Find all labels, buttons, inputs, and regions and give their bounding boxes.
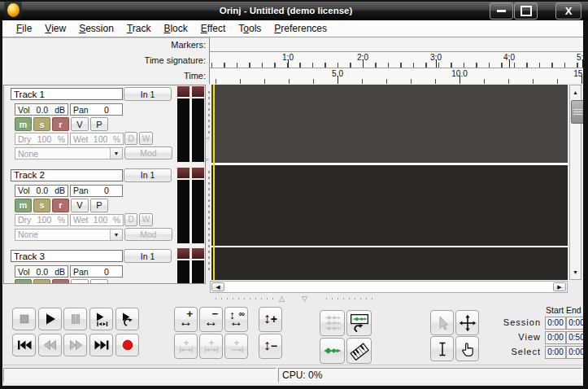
title-bar[interactable]: Orinj - Untitled (demo license) X (0, 0, 588, 20)
pan-envelope-button[interactable]: P (90, 279, 108, 284)
arrow-tool-button[interactable] (430, 310, 454, 335)
effect-dropdown[interactable]: None▼ (15, 229, 123, 241)
menu-item-track[interactable]: Track (120, 21, 158, 36)
pan-field[interactable]: Pan0 (70, 103, 123, 116)
wet-field[interactable]: Wet100% (70, 214, 124, 226)
midi-block-button[interactable] (346, 338, 372, 364)
collapse-left-icon[interactable]: ◃ (206, 135, 209, 142)
dry-toggle-button[interactable]: D (124, 213, 137, 226)
play-loop-button[interactable] (115, 308, 139, 330)
time-ruler[interactable]: 5.010.015.0 (210, 68, 583, 84)
solo-button[interactable]: s (33, 199, 50, 212)
volume-envelope-button[interactable]: V (71, 199, 89, 212)
scroll-down-button[interactable]: ▼ (570, 266, 581, 278)
menu-item-block[interactable]: Block (157, 21, 194, 36)
track-name-field[interactable] (11, 88, 123, 100)
track-lane-3[interactable] (211, 247, 568, 280)
zoom-selection-button[interactable] (199, 334, 223, 359)
menu-item-effect[interactable]: Effect (194, 21, 232, 36)
record-arm-button[interactable]: r (52, 117, 69, 131)
vertical-splitter[interactable]: ◃ ▹ (206, 85, 211, 282)
maximize-button[interactable] (514, 2, 538, 20)
track-name-field[interactable] (11, 169, 123, 181)
menu-item-file[interactable]: File (10, 21, 38, 36)
track-name-field[interactable] (11, 250, 123, 262)
solo-button[interactable]: s (33, 117, 50, 131)
volume-field[interactable]: Vol0.0dB (15, 185, 68, 197)
audio-block-button[interactable] (320, 338, 345, 364)
record-arm-button[interactable]: r (52, 279, 69, 284)
fast-forward-button[interactable] (63, 334, 87, 356)
pan-field[interactable]: Pan0 (70, 185, 123, 197)
zoom-in-horizontal-button[interactable]: +↔ (174, 307, 198, 332)
zoom-out-horizontal-button[interactable]: −↔ (199, 307, 223, 332)
mixdown-blocks-button[interactable] (320, 310, 345, 336)
markers-label: Markers: (2, 39, 206, 51)
track-input-button[interactable]: In 1 (124, 168, 172, 182)
horizontal-splitter[interactable]: △ ▽ (2, 295, 583, 303)
track-input-button[interactable]: In 1 (124, 249, 172, 263)
track-strip-2: In 1 Vol0.0dB Pan0 m s r V P Dry100% Wet… (4, 168, 205, 244)
wet-field[interactable]: Wet100% (70, 133, 124, 145)
zoom-selection-start-button[interactable] (174, 334, 198, 359)
markers-ruler[interactable] (210, 37, 583, 52)
zoom-fit-button[interactable]: ↕∞↔ (224, 307, 248, 332)
play-to-end-button[interactable] (89, 308, 113, 330)
pan-envelope-button[interactable]: P (90, 199, 108, 212)
track-lane-1[interactable] (211, 85, 568, 163)
wet-toggle-button[interactable]: W (139, 132, 153, 145)
pan-field[interactable]: Pan0 (70, 265, 123, 278)
dry-field[interactable]: Dry100% (15, 214, 68, 226)
close-button[interactable]: X (555, 2, 581, 20)
menu-item-tools[interactable]: Tools (232, 21, 268, 36)
menu-item-session[interactable]: Session (72, 21, 120, 36)
collapse-up-icon[interactable]: △ (279, 295, 285, 303)
expand-right-icon[interactable]: ▹ (206, 156, 209, 163)
ibeam-tool-button[interactable] (430, 336, 454, 361)
stop-button[interactable] (12, 308, 36, 330)
pause-button[interactable] (63, 308, 87, 330)
minimize-button[interactable] (490, 2, 513, 20)
scroll-left-button[interactable]: ◀ (211, 282, 224, 291)
effect-dropdown[interactable]: None▼ (15, 147, 123, 160)
rewind-button[interactable] (38, 334, 62, 356)
menu-item-preferences[interactable]: Preferences (268, 21, 333, 36)
volume-envelope-button[interactable]: V (71, 117, 89, 131)
menu-item-view[interactable]: View (38, 21, 72, 36)
volume-field[interactable]: Vol0.0dB (15, 265, 68, 278)
rewind-to-start-button[interactable] (12, 334, 36, 356)
forward-to-end-button[interactable] (89, 334, 113, 356)
track-lane-2[interactable] (211, 165, 568, 246)
mod-button[interactable]: Mod (124, 146, 172, 160)
vertical-scrollbar[interactable]: ▲ ▼ (569, 85, 581, 280)
wet-toggle-button[interactable]: W (139, 213, 153, 226)
select-start-cell: 0:00 (545, 346, 566, 359)
solo-button[interactable]: s (33, 279, 50, 284)
dry-toggle-button[interactable]: D (124, 132, 137, 145)
dry-field[interactable]: Dry100% (15, 133, 68, 145)
record-button[interactable] (115, 334, 139, 356)
track-input-button[interactable]: In 1 (124, 87, 172, 101)
scroll-up-button[interactable]: ▲ (570, 86, 581, 98)
session-end-cell: 0:00 (566, 317, 583, 330)
loop-block-button[interactable] (346, 310, 372, 336)
mute-button[interactable]: m (15, 117, 32, 131)
volume-field[interactable]: Vol0.0dB (15, 103, 68, 116)
dropdown-arrow-icon[interactable]: ▼ (110, 229, 122, 240)
zoom-selection-end-button[interactable] (224, 334, 248, 359)
pan-envelope-button[interactable]: P (90, 117, 108, 131)
zoom-in-vertical-button[interactable]: ↕+ (259, 307, 282, 332)
time-signature-ruler[interactable]: 1:02:03:04:05:0 (210, 52, 583, 68)
mute-button[interactable]: m (15, 279, 32, 284)
volume-envelope-button[interactable]: V (71, 279, 89, 284)
expand-down-icon[interactable]: ▽ (302, 295, 307, 303)
play-button[interactable] (38, 308, 62, 330)
dropdown-arrow-icon[interactable]: ▼ (110, 148, 122, 159)
time-signature-label: Time signature: (2, 54, 206, 68)
scroll-right-button[interactable]: ▶ (553, 282, 566, 291)
mod-button[interactable]: Mod (124, 228, 172, 241)
horizontal-scrollbar[interactable]: ◀ ▶ (210, 281, 568, 293)
zoom-out-vertical-button[interactable]: ↕− (259, 334, 282, 359)
record-arm-button[interactable]: r (52, 199, 69, 212)
mute-button[interactable]: m (15, 199, 32, 212)
